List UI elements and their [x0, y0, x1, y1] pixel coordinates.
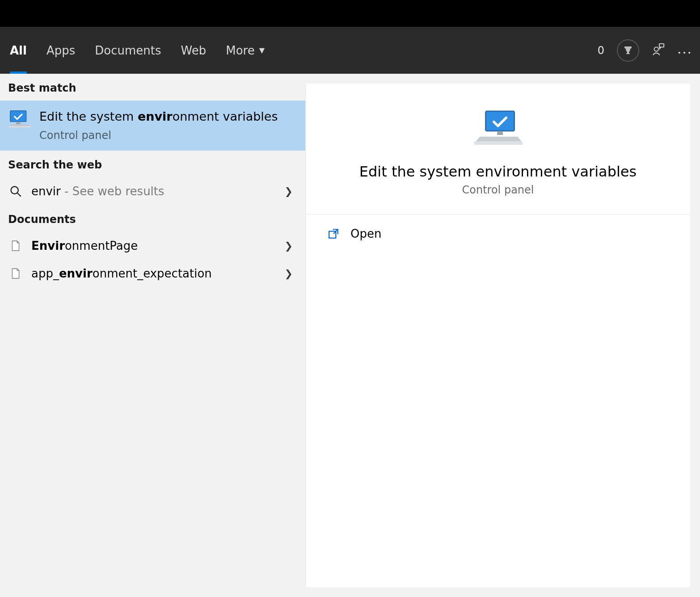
search-tabs: All Apps Documents Web More ▼ [0, 27, 274, 74]
svg-point-5 [679, 51, 680, 53]
section-documents: Documents [0, 205, 305, 232]
detail-title: Edit the system environment variables [359, 163, 637, 180]
tab-apps[interactable]: Apps [37, 27, 85, 74]
svg-rect-8 [10, 111, 26, 122]
detail-subtitle: Control panel [462, 184, 534, 196]
svg-rect-15 [497, 132, 503, 135]
svg-marker-10 [9, 125, 30, 126]
document-result-text: EnvironmentPage [31, 239, 277, 252]
best-match-subtitle: Control panel [39, 129, 278, 142]
open-action-label: Open [350, 227, 381, 240]
svg-point-12 [11, 187, 18, 194]
trophy-icon [623, 45, 633, 56]
svg-rect-11 [9, 126, 31, 127]
rewards-score: 0 [598, 44, 604, 57]
svg-rect-1 [627, 52, 629, 53]
svg-point-6 [683, 51, 685, 53]
chevron-right-icon: ❯ [285, 240, 297, 252]
monitor-check-icon [473, 108, 523, 152]
open-action[interactable]: Open [306, 214, 690, 253]
document-icon [8, 266, 23, 281]
document-icon [8, 238, 23, 253]
svg-rect-4 [659, 43, 664, 47]
svg-point-3 [654, 47, 658, 51]
tab-more[interactable]: More ▼ [216, 27, 274, 74]
chevron-right-icon: ❯ [285, 268, 297, 279]
svg-rect-0 [624, 46, 632, 48]
ellipsis-icon [678, 51, 691, 55]
search-header: All Apps Documents Web More ▼ 0 [0, 27, 700, 74]
best-match-result[interactable]: Edit the system environment variables Co… [0, 101, 305, 151]
more-options-button[interactable] [678, 44, 691, 57]
detail-panel: Edit the system environment variables Co… [305, 84, 690, 587]
svg-rect-2 [626, 53, 630, 54]
person-feedback-icon [652, 42, 665, 56]
rewards-trophy-button[interactable] [617, 39, 639, 62]
section-search-web: Search the web [0, 151, 305, 177]
best-match-title: Edit the system environment variables [39, 109, 278, 125]
tab-documents[interactable]: Documents [85, 27, 171, 74]
header-right: 0 [598, 39, 691, 62]
chevron-right-icon: ❯ [285, 186, 297, 197]
tab-web[interactable]: Web [171, 27, 216, 74]
section-best-match: Best match [0, 74, 305, 101]
chevron-down-icon: ▼ [259, 46, 265, 55]
document-result[interactable]: EnvironmentPage ❯ [0, 232, 305, 260]
document-result-text: app_environment_expectation [31, 267, 277, 280]
web-search-result[interactable]: envir - See web results ❯ [0, 177, 305, 205]
search-icon [8, 184, 23, 199]
document-result[interactable]: app_environment_expectation ❯ [0, 260, 305, 287]
svg-rect-17 [474, 142, 523, 145]
svg-point-7 [688, 51, 690, 53]
monitor-check-icon [8, 109, 31, 132]
results-panel: Best match Edit the system environment v… [0, 74, 305, 597]
svg-marker-16 [476, 137, 522, 142]
window-chrome-top [0, 0, 700, 27]
svg-rect-14 [486, 111, 514, 131]
web-result-text: envir - See web results [31, 185, 277, 198]
svg-rect-9 [16, 122, 21, 124]
svg-line-13 [17, 193, 21, 197]
feedback-button[interactable] [652, 42, 665, 59]
open-icon [327, 228, 341, 240]
tab-more-label: More [226, 44, 254, 57]
tab-all[interactable]: All [0, 27, 37, 74]
